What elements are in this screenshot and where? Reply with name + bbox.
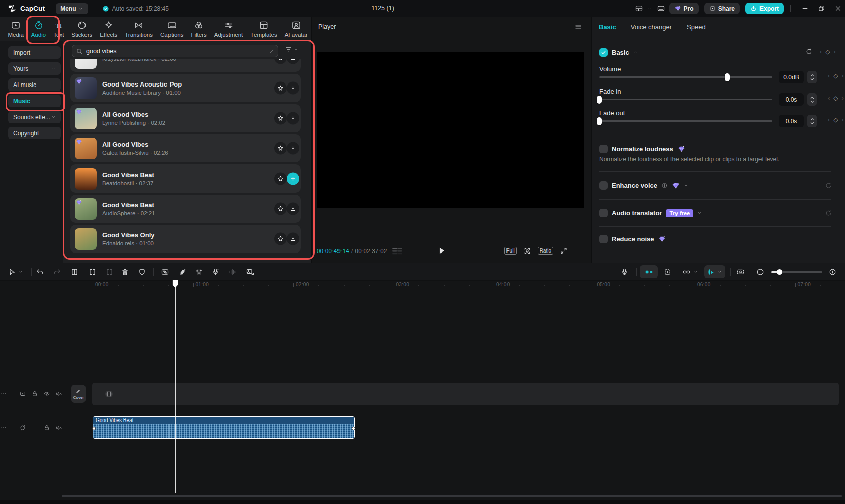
keyframe-diamond-icon[interactable]: ◇ (833, 116, 838, 123)
keyframe-diamond-icon[interactable]: ◇ (833, 72, 838, 79)
music-list-item[interactable]: All Good Vibes Galea Iustin-Silviu · 02:… (70, 134, 301, 162)
show-waveform-toggle[interactable] (704, 265, 725, 278)
sidebar-item-import[interactable]: Import (8, 46, 61, 59)
reset-icon[interactable] (805, 48, 813, 55)
trim-left-icon[interactable] (88, 268, 97, 276)
export-button[interactable]: Export (745, 3, 784, 14)
playhead-line[interactable] (175, 280, 176, 493)
next-keyframe-icon[interactable]: › (842, 116, 844, 123)
trim-right-icon[interactable] (105, 268, 114, 276)
slider-handle[interactable] (725, 73, 730, 81)
track-control-more[interactable] (0, 390, 7, 397)
download-add-button[interactable] (287, 173, 299, 185)
keyframe-diamond-icon[interactable]: ◇ (833, 95, 838, 102)
full-button[interactable]: Full (504, 247, 517, 255)
sidebar-item-yours[interactable]: Yours (8, 62, 61, 75)
prev-keyframe-icon[interactable]: ‹ (828, 94, 830, 102)
record-voiceover-icon[interactable] (620, 268, 629, 276)
timeline-zoom-slider[interactable] (771, 271, 822, 273)
stepper-up-icon[interactable] (810, 74, 814, 77)
menu-button[interactable]: Menu (56, 3, 88, 14)
undo-icon[interactable] (36, 268, 44, 276)
sidebar-item-sounds-effe-[interactable]: Sounds effe... (8, 111, 61, 123)
chevron-down-icon[interactable] (647, 6, 652, 11)
value-stepper[interactable] (807, 115, 817, 127)
checkbox[interactable] (599, 235, 608, 243)
minimize-button[interactable] (801, 5, 809, 12)
checkbox[interactable] (599, 145, 608, 153)
select-tool-icon[interactable] (8, 268, 16, 276)
keyframe-diamond-icon[interactable]: ◇ (825, 48, 830, 55)
ribbon-tab-adjustment[interactable]: Adjustment (210, 17, 247, 41)
prev-keyframe-icon[interactable]: ‹ (820, 48, 822, 55)
slider-value[interactable]: 0.0dB (779, 71, 804, 83)
audio-mixer-icon[interactable] (195, 268, 203, 276)
download-add-button[interactable] (287, 82, 299, 95)
preview-range-icon[interactable] (736, 268, 745, 276)
auto-split-icon[interactable] (663, 268, 672, 276)
next-keyframe-icon[interactable]: › (834, 48, 836, 55)
frame-preview-icon[interactable] (392, 247, 404, 255)
layout-panels-icon[interactable] (635, 4, 643, 13)
track-control-mute[interactable] (55, 424, 62, 431)
track-control-lock[interactable] (43, 424, 50, 431)
style-badge-icon[interactable] (178, 268, 187, 276)
slider-handle[interactable] (597, 117, 602, 125)
download-add-button[interactable] (287, 112, 299, 125)
slider-value[interactable]: 0.0s (779, 93, 804, 106)
collapse-icon[interactable] (633, 50, 638, 55)
fullscreen-icon[interactable] (560, 247, 568, 255)
filter-button[interactable] (285, 46, 298, 53)
reset-icon[interactable] (825, 209, 832, 217)
close-button[interactable] (834, 5, 842, 12)
ribbon-tab-transitions[interactable]: Transitions (121, 17, 157, 41)
download-add-button[interactable] (287, 203, 299, 215)
pro-button[interactable]: Pro (669, 3, 699, 14)
delete-icon[interactable] (121, 268, 129, 276)
zoom-slider-handle[interactable] (777, 269, 782, 275)
ribbon-tab-stickers[interactable]: Stickers (68, 17, 96, 41)
ribbon-tab-audio[interactable]: Audio (27, 17, 49, 41)
music-list-item[interactable]: Good Vibes Beat Beatdohostil · 02:37 (70, 164, 301, 193)
stepper-down-icon[interactable] (810, 100, 814, 103)
ribbon-tab-media[interactable]: Media (4, 17, 27, 41)
slider-track[interactable] (599, 99, 772, 100)
timeline-scrollbar[interactable] (62, 495, 842, 497)
download-add-button[interactable] (287, 142, 299, 155)
stepper-up-icon[interactable] (810, 118, 814, 121)
ribbon-tab-filters[interactable]: Filters (187, 17, 210, 41)
slider-track[interactable] (599, 120, 772, 122)
sidebar-item-ai-music[interactable]: AI music (8, 78, 61, 91)
checkbox[interactable] (599, 209, 608, 217)
sidebar-item-copyright[interactable]: Copyright (8, 127, 61, 139)
restore-button[interactable] (818, 5, 825, 12)
music-list-item[interactable]: Good Vibes Only Ednaldo reis · 01:00 (70, 225, 301, 253)
mask-icon[interactable] (138, 268, 146, 276)
stepper-down-icon[interactable] (810, 122, 814, 125)
video-track[interactable] (92, 383, 839, 405)
ribbon-tab-ai-avatar[interactable]: AI avatar (281, 17, 311, 41)
track-control-screen-sm[interactable] (19, 390, 26, 397)
basic-checkbox[interactable] (599, 48, 608, 57)
ai-voice-icon[interactable] (211, 268, 220, 276)
track-control-eye[interactable] (43, 390, 50, 397)
music-list-item[interactable]: Good Vibes Acoustic Pop Auditone Music L… (70, 74, 301, 102)
track-control-mute[interactable] (55, 390, 62, 397)
favorite-button[interactable] (274, 82, 287, 95)
smart-crop-icon[interactable] (161, 268, 170, 276)
chevron-down-icon[interactable] (693, 269, 698, 274)
chevron-down-icon[interactable] (684, 183, 688, 188)
stepper-down-icon[interactable] (810, 78, 814, 81)
stepper-up-icon[interactable] (810, 96, 814, 99)
main-track-magnet-toggle[interactable] (640, 265, 658, 278)
slider-track[interactable] (599, 76, 772, 78)
ribbon-tab-effects[interactable]: Effects (96, 17, 121, 41)
tab-basic[interactable]: Basic (599, 23, 616, 31)
chevron-down-icon[interactable] (697, 211, 702, 215)
value-stepper[interactable] (807, 93, 817, 106)
favorite-button[interactable] (274, 173, 287, 185)
prev-keyframe-icon[interactable]: ‹ (828, 72, 830, 79)
ribbon-tab-text[interactable]: TI Text (50, 17, 68, 41)
select-tool-caret-icon[interactable] (18, 269, 23, 274)
reset-icon[interactable] (825, 182, 832, 189)
